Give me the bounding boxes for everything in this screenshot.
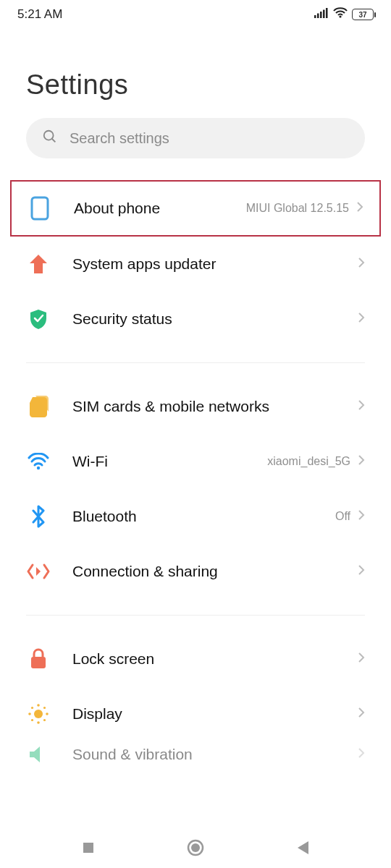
row-value: MIUI Global 12.5.15 xyxy=(246,202,349,215)
chevron-right-icon xyxy=(358,509,365,524)
battery-icon: 37 xyxy=(352,9,374,20)
status-icons: 37 xyxy=(314,7,374,22)
svg-point-13 xyxy=(37,721,40,724)
sound-icon xyxy=(26,742,51,763)
chevron-right-icon xyxy=(358,652,365,666)
row-value: Off xyxy=(335,510,350,523)
row-label: Display xyxy=(72,705,358,723)
svg-point-11 xyxy=(34,710,43,718)
row-about-phone[interactable]: About phone MIUI Global 12.5.15 xyxy=(10,180,381,237)
svg-point-17 xyxy=(43,707,46,709)
chevron-right-icon xyxy=(358,454,365,469)
row-label: SIM cards & mobile networks xyxy=(72,398,358,415)
back-button[interactable] xyxy=(295,840,310,859)
svg-rect-8 xyxy=(32,197,48,219)
svg-rect-20 xyxy=(83,843,93,853)
wifi-icon xyxy=(333,7,348,22)
row-system-apps-updater[interactable]: System apps updater xyxy=(0,237,391,292)
row-label: Sound & vibration xyxy=(72,746,358,763)
search-placeholder: Search settings xyxy=(70,130,169,147)
svg-rect-10 xyxy=(31,657,46,668)
row-label: Bluetooth xyxy=(72,508,335,525)
svg-rect-1 xyxy=(317,14,319,19)
divider xyxy=(26,362,365,363)
home-button[interactable] xyxy=(186,838,205,860)
svg-point-16 xyxy=(31,707,33,709)
lock-icon xyxy=(26,647,51,671)
row-security-status[interactable]: Security status xyxy=(0,292,391,346)
row-value: xiaomi_desi_5G xyxy=(267,455,350,468)
settings-group-1: SIM cards & mobile networks Wi-Fi xiaomi… xyxy=(0,379,391,599)
status-bar: 5:21 AM 37 xyxy=(0,0,391,26)
row-label: System apps updater xyxy=(72,255,358,273)
bluetooth-icon xyxy=(26,504,51,529)
phone-icon xyxy=(28,196,52,221)
update-arrow-icon xyxy=(26,252,51,276)
chevron-right-icon xyxy=(358,257,365,271)
svg-rect-0 xyxy=(314,15,316,18)
search-icon xyxy=(42,129,58,148)
row-sim-cards[interactable]: SIM cards & mobile networks xyxy=(0,379,391,434)
row-sound-vibration[interactable]: Sound & vibration xyxy=(0,741,391,763)
chevron-right-icon xyxy=(358,312,365,326)
svg-point-22 xyxy=(191,843,200,852)
svg-point-9 xyxy=(37,467,40,469)
svg-point-15 xyxy=(46,712,49,715)
brightness-icon xyxy=(26,702,51,726)
wifi-icon xyxy=(26,449,51,474)
svg-point-6 xyxy=(44,131,54,140)
svg-point-5 xyxy=(339,15,341,17)
svg-point-12 xyxy=(37,704,40,707)
shield-check-icon xyxy=(26,307,51,331)
row-label: Security status xyxy=(72,310,358,328)
recents-button[interactable] xyxy=(81,841,96,858)
connection-sharing-icon xyxy=(26,559,51,584)
row-display[interactable]: Display xyxy=(0,686,391,741)
sim-icon xyxy=(26,394,51,419)
svg-rect-4 xyxy=(326,8,328,18)
page-title: Settings xyxy=(0,26,391,118)
row-label: Wi-Fi xyxy=(72,453,267,470)
chevron-right-icon xyxy=(358,707,365,721)
row-connection-sharing[interactable]: Connection & sharing xyxy=(0,544,391,599)
svg-point-19 xyxy=(43,719,46,721)
row-label: Connection & sharing xyxy=(72,563,358,580)
settings-group-2: Lock screen Display Sound & vibration xyxy=(0,631,391,763)
settings-group-0: About phone MIUI Global 12.5.15 System a… xyxy=(0,180,391,346)
search-bar[interactable]: Search settings xyxy=(26,118,365,158)
chevron-right-icon xyxy=(356,201,363,216)
signal-icon xyxy=(314,7,329,22)
svg-rect-2 xyxy=(320,12,322,18)
chevron-right-icon xyxy=(358,747,365,762)
row-lock-screen[interactable]: Lock screen xyxy=(0,631,391,686)
navigation-bar xyxy=(0,830,391,868)
svg-point-14 xyxy=(28,712,31,715)
chevron-right-icon xyxy=(358,564,365,579)
row-label: Lock screen xyxy=(72,650,358,668)
svg-line-7 xyxy=(52,139,56,142)
row-label: About phone xyxy=(74,200,246,217)
chevron-right-icon xyxy=(358,399,365,414)
svg-rect-3 xyxy=(323,10,325,19)
divider xyxy=(26,615,365,616)
row-wifi[interactable]: Wi-Fi xiaomi_desi_5G xyxy=(0,434,391,489)
svg-point-18 xyxy=(31,719,33,721)
clock: 5:21 AM xyxy=(17,7,62,22)
row-bluetooth[interactable]: Bluetooth Off xyxy=(0,489,391,544)
